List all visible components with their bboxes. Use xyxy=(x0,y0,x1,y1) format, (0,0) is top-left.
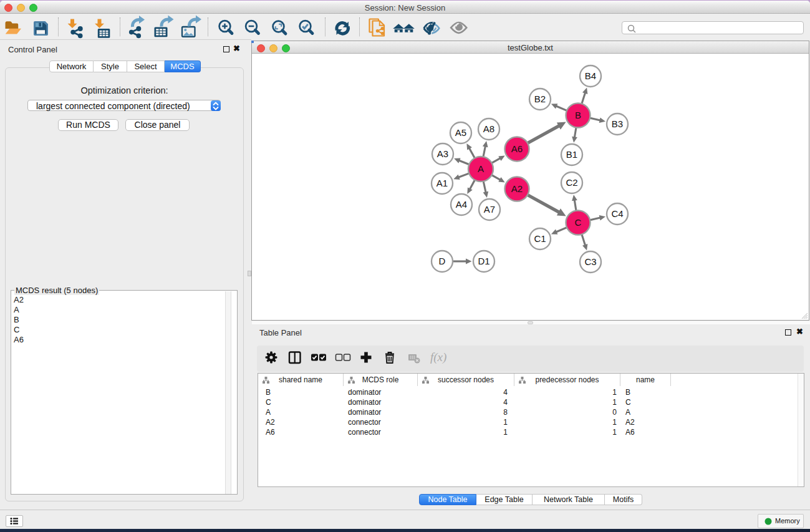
svg-text:A1: A1 xyxy=(436,178,448,188)
svg-text:A: A xyxy=(478,163,484,174)
svg-text:B3: B3 xyxy=(612,118,623,129)
svg-text:C3: C3 xyxy=(584,256,596,267)
svg-text:D1: D1 xyxy=(478,256,489,266)
svg-text:C2: C2 xyxy=(566,177,577,188)
svg-text:f(x): f(x) xyxy=(430,351,446,364)
svg-text:A8: A8 xyxy=(483,123,494,134)
svg-text:C: C xyxy=(575,217,582,228)
svg-text:A4: A4 xyxy=(456,199,467,210)
svg-text:A6: A6 xyxy=(511,143,523,154)
svg-text:A2: A2 xyxy=(511,183,523,194)
svg-text:A3: A3 xyxy=(437,148,448,159)
svg-text:C1: C1 xyxy=(534,233,546,244)
svg-text:C4: C4 xyxy=(611,208,623,219)
svg-text:A7: A7 xyxy=(484,204,495,215)
svg-text:B2: B2 xyxy=(534,94,546,104)
svg-text:B: B xyxy=(575,110,581,120)
svg-text:B4: B4 xyxy=(585,70,596,81)
svg-text:D: D xyxy=(439,256,446,266)
svg-text:B1: B1 xyxy=(566,149,577,160)
svg-text:A5: A5 xyxy=(455,127,466,138)
